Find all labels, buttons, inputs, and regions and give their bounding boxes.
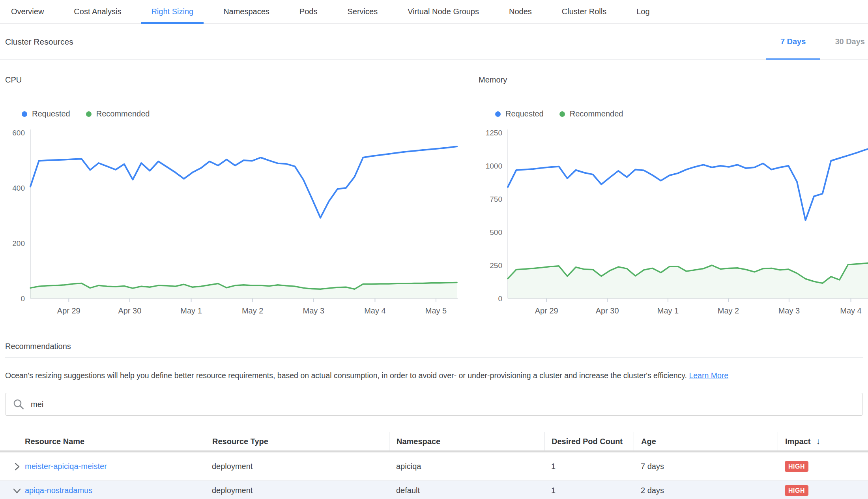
table-row-apiqa-nostradamus[interactable]: apiqa-nostradamusdeploymentdefault12 day… <box>0 480 868 499</box>
learn-more-link[interactable]: Learn More <box>689 371 728 380</box>
impact-high-badge: HIGH <box>785 485 808 496</box>
resource-name-link[interactable]: meister-apiciqa-meister <box>25 462 107 471</box>
memory-line-chart: 025050075010001250Apr 29Apr 30May 1May 2… <box>479 122 868 317</box>
column-header-resource-type[interactable]: Resource Type <box>205 432 389 450</box>
age-cell: 2 days <box>634 486 778 495</box>
legend-dot-requested <box>22 111 27 117</box>
column-header-label: Desired Pod Count <box>552 437 623 446</box>
x-tick-label: May 1 <box>657 306 679 315</box>
search-icon <box>13 398 24 410</box>
x-tick-label: May 2 <box>242 306 263 315</box>
tab-virtual-node-groups[interactable]: Virtual Node Groups <box>397 0 489 23</box>
recommendations-description: Ocean's resizing suggestions will help y… <box>5 371 863 380</box>
resource-name-cell: apiqa-nostradamus <box>25 486 205 495</box>
column-header-label: Namespace <box>397 437 440 446</box>
x-tick-label: May 5 <box>425 306 447 315</box>
column-header-label: Impact <box>785 437 810 446</box>
y-tick-label: 250 <box>490 261 502 270</box>
resource-search-box[interactable] <box>5 393 863 416</box>
y-tick-label: 600 <box>12 129 25 137</box>
legend-item-requested[interactable]: Requested <box>22 109 70 118</box>
y-tick-label: 0 <box>498 295 502 303</box>
tab-overview[interactable]: Overview <box>1 0 54 23</box>
legend-label: Requested <box>32 109 70 118</box>
x-tick-label: May 3 <box>303 306 324 315</box>
legend-dot-recommended <box>86 111 92 117</box>
x-tick-label: May 4 <box>364 306 385 315</box>
x-tick-label: May 2 <box>718 306 739 315</box>
legend-label: Recommended <box>570 109 623 118</box>
y-tick-label: 500 <box>490 228 502 236</box>
x-tick-label: Apr 29 <box>535 306 558 315</box>
legend-dot-recommended <box>559 111 565 117</box>
right-sizing-page: OverviewCost AnalysisRight SizingNamespa… <box>0 0 868 499</box>
column-header-age[interactable]: Age <box>634 432 778 450</box>
y-tick-label: 400 <box>12 184 25 192</box>
column-header-desired-pod-count[interactable]: Desired Pod Count <box>544 432 634 450</box>
resource-type-cell: deployment <box>205 462 389 471</box>
resource-name-link[interactable]: apiqa-nostradamus <box>25 486 92 495</box>
column-header-label: Resource Name <box>25 437 84 446</box>
series-line-requested <box>30 146 457 218</box>
impact-cell: HIGH <box>778 485 868 496</box>
cpu-chart-legend: RequestedRecommended <box>22 109 458 118</box>
table-header-row: Resource NameResource TypeNamespaceDesir… <box>0 432 868 450</box>
y-tick-label: 200 <box>12 239 25 248</box>
memory-chart-title: Memory <box>479 75 868 91</box>
collapse-row-chevron-down-icon[interactable] <box>5 486 25 496</box>
time-range-tabs: 7 Days30 Days <box>766 24 868 59</box>
desired-pod-count-cell: 1 <box>544 462 634 471</box>
recommendations-section: Recommendations Ocean's resizing suggest… <box>0 317 868 380</box>
cluster-resources-title: Cluster Resources <box>5 37 73 47</box>
series-line-requested <box>508 147 868 220</box>
tab-pods[interactable]: Pods <box>289 0 328 23</box>
column-header-label: Age <box>641 437 656 446</box>
column-header-namespace[interactable]: Namespace <box>389 432 544 450</box>
recommendations-description-text: Ocean's resizing suggestions will help y… <box>5 371 687 380</box>
cpu-chart-title: CPU <box>5 75 458 91</box>
tab-cost-analysis[interactable]: Cost Analysis <box>64 0 131 23</box>
table-row-meister-apiciqa-meister[interactable]: meister-apiciqa-meisterdeploymentapiciqa… <box>0 452 868 480</box>
recommendations-title: Recommendations <box>5 342 863 358</box>
cpu-line-chart: 0200400600Apr 29Apr 30May 1May 2May 3May… <box>5 122 458 317</box>
table-body: meister-apiciqa-meisterdeploymentapiciqa… <box>0 452 868 499</box>
legend-item-requested[interactable]: Requested <box>495 109 544 118</box>
top-nav: OverviewCost AnalysisRight SizingNamespa… <box>0 0 868 24</box>
resource-name-cell: meister-apiciqa-meister <box>25 462 205 471</box>
y-tick-label: 750 <box>490 195 502 203</box>
memory-chart-panel: Memory RequestedRecommended 025050075010… <box>479 75 868 317</box>
tab-log[interactable]: Log <box>626 0 660 23</box>
x-tick-label: May 4 <box>840 306 861 315</box>
x-tick-label: Apr 30 <box>118 306 141 315</box>
column-header-resource-name[interactable]: Resource Name <box>25 432 205 450</box>
tab-right-sizing[interactable]: Right Sizing <box>141 0 204 23</box>
tab-cluster-rolls[interactable]: Cluster Rolls <box>552 0 617 23</box>
tab-nodes[interactable]: Nodes <box>499 0 542 23</box>
sort-descending-icon[interactable]: ↓ <box>816 437 820 446</box>
y-tick-label: 0 <box>21 295 25 303</box>
recommendations-table: Resource NameResource TypeNamespaceDesir… <box>0 432 868 499</box>
column-header-label: Resource Type <box>212 437 268 446</box>
legend-item-recommended[interactable]: Recommended <box>86 109 150 118</box>
x-tick-label: Apr 29 <box>57 306 80 315</box>
legend-item-recommended[interactable]: Recommended <box>559 109 623 118</box>
resource-type-cell: deployment <box>205 486 389 495</box>
x-tick-label: Apr 30 <box>596 306 619 315</box>
tab-services[interactable]: Services <box>337 0 388 23</box>
legend-label: Requested <box>505 109 544 118</box>
age-cell: 7 days <box>634 462 778 471</box>
column-header-impact[interactable]: Impact↓ <box>778 432 868 450</box>
impact-high-badge: HIGH <box>785 461 808 472</box>
namespace-cell: default <box>389 486 544 495</box>
tab-namespaces[interactable]: Namespaces <box>213 0 280 23</box>
y-tick-label: 1250 <box>486 129 502 137</box>
legend-dot-requested <box>495 111 501 117</box>
expand-row-chevron-right-icon[interactable] <box>5 461 25 472</box>
desired-pod-count-cell: 1 <box>544 486 634 495</box>
range-tab-7-days[interactable]: 7 Days <box>766 24 821 59</box>
range-tab-30-days[interactable]: 30 Days <box>820 24 868 59</box>
x-tick-label: May 3 <box>778 306 800 315</box>
x-tick-label: May 1 <box>180 306 202 315</box>
search-input[interactable] <box>31 400 855 409</box>
cpu-chart-panel: CPU RequestedRecommended 0200400600Apr 2… <box>5 75 458 317</box>
